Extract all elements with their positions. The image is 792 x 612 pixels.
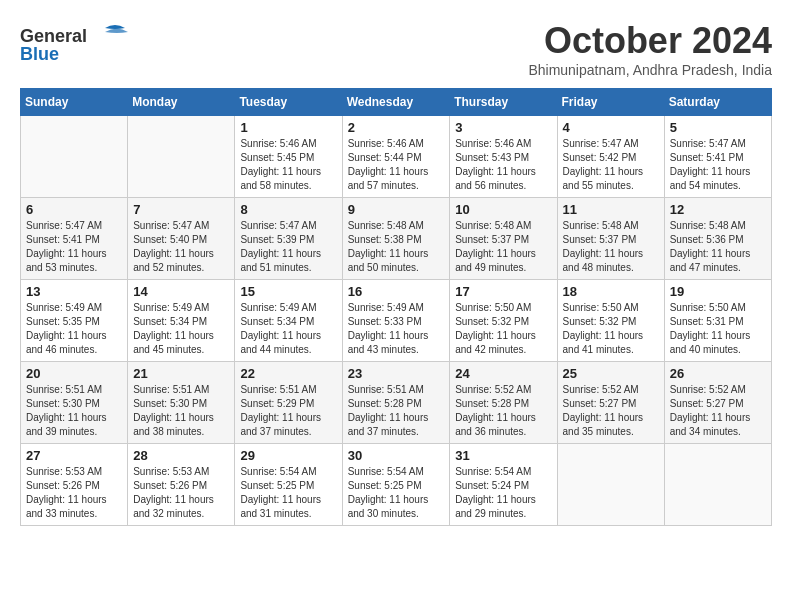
day-number: 17 xyxy=(455,284,551,299)
day-number: 27 xyxy=(26,448,122,463)
calendar-week-row: 13Sunrise: 5:49 AMSunset: 5:35 PMDayligh… xyxy=(21,280,772,362)
calendar-day-cell: 12Sunrise: 5:48 AMSunset: 5:36 PMDayligh… xyxy=(664,198,771,280)
calendar-day-cell: 13Sunrise: 5:49 AMSunset: 5:35 PMDayligh… xyxy=(21,280,128,362)
day-info: Sunrise: 5:51 AMSunset: 5:29 PMDaylight:… xyxy=(240,383,336,439)
day-info: Sunrise: 5:50 AMSunset: 5:32 PMDaylight:… xyxy=(455,301,551,357)
calendar-day-cell: 5Sunrise: 5:47 AMSunset: 5:41 PMDaylight… xyxy=(664,116,771,198)
calendar-day-cell: 25Sunrise: 5:52 AMSunset: 5:27 PMDayligh… xyxy=(557,362,664,444)
weekday-header: Wednesday xyxy=(342,89,450,116)
day-info: Sunrise: 5:49 AMSunset: 5:33 PMDaylight:… xyxy=(348,301,445,357)
day-number: 23 xyxy=(348,366,445,381)
day-number: 9 xyxy=(348,202,445,217)
calendar-day-cell: 23Sunrise: 5:51 AMSunset: 5:28 PMDayligh… xyxy=(342,362,450,444)
calendar-day-cell: 16Sunrise: 5:49 AMSunset: 5:33 PMDayligh… xyxy=(342,280,450,362)
day-info: Sunrise: 5:54 AMSunset: 5:25 PMDaylight:… xyxy=(240,465,336,521)
day-number: 29 xyxy=(240,448,336,463)
day-info: Sunrise: 5:46 AMSunset: 5:45 PMDaylight:… xyxy=(240,137,336,193)
weekday-header: Saturday xyxy=(664,89,771,116)
day-info: Sunrise: 5:47 AMSunset: 5:40 PMDaylight:… xyxy=(133,219,229,275)
day-number: 3 xyxy=(455,120,551,135)
day-info: Sunrise: 5:48 AMSunset: 5:38 PMDaylight:… xyxy=(348,219,445,275)
day-number: 15 xyxy=(240,284,336,299)
weekday-header: Thursday xyxy=(450,89,557,116)
calendar-day-cell: 31Sunrise: 5:54 AMSunset: 5:24 PMDayligh… xyxy=(450,444,557,526)
calendar-day-cell: 11Sunrise: 5:48 AMSunset: 5:37 PMDayligh… xyxy=(557,198,664,280)
day-number: 8 xyxy=(240,202,336,217)
calendar-day-cell: 2Sunrise: 5:46 AMSunset: 5:44 PMDaylight… xyxy=(342,116,450,198)
calendar-day-cell: 17Sunrise: 5:50 AMSunset: 5:32 PMDayligh… xyxy=(450,280,557,362)
title-section: October 2024 Bhimunipatnam, Andhra Prade… xyxy=(528,20,772,78)
calendar-day-cell xyxy=(21,116,128,198)
calendar-day-cell: 24Sunrise: 5:52 AMSunset: 5:28 PMDayligh… xyxy=(450,362,557,444)
day-number: 4 xyxy=(563,120,659,135)
day-number: 1 xyxy=(240,120,336,135)
day-number: 14 xyxy=(133,284,229,299)
day-number: 2 xyxy=(348,120,445,135)
calendar-day-cell: 21Sunrise: 5:51 AMSunset: 5:30 PMDayligh… xyxy=(128,362,235,444)
day-number: 28 xyxy=(133,448,229,463)
day-info: Sunrise: 5:52 AMSunset: 5:27 PMDaylight:… xyxy=(563,383,659,439)
calendar-day-cell: 26Sunrise: 5:52 AMSunset: 5:27 PMDayligh… xyxy=(664,362,771,444)
day-number: 10 xyxy=(455,202,551,217)
calendar-day-cell: 15Sunrise: 5:49 AMSunset: 5:34 PMDayligh… xyxy=(235,280,342,362)
day-number: 7 xyxy=(133,202,229,217)
day-info: Sunrise: 5:49 AMSunset: 5:34 PMDaylight:… xyxy=(133,301,229,357)
day-number: 20 xyxy=(26,366,122,381)
day-info: Sunrise: 5:46 AMSunset: 5:44 PMDaylight:… xyxy=(348,137,445,193)
day-info: Sunrise: 5:47 AMSunset: 5:41 PMDaylight:… xyxy=(670,137,766,193)
day-number: 22 xyxy=(240,366,336,381)
calendar-day-cell: 7Sunrise: 5:47 AMSunset: 5:40 PMDaylight… xyxy=(128,198,235,280)
day-number: 5 xyxy=(670,120,766,135)
day-info: Sunrise: 5:52 AMSunset: 5:28 PMDaylight:… xyxy=(455,383,551,439)
calendar-day-cell: 20Sunrise: 5:51 AMSunset: 5:30 PMDayligh… xyxy=(21,362,128,444)
calendar-day-cell: 1Sunrise: 5:46 AMSunset: 5:45 PMDaylight… xyxy=(235,116,342,198)
day-info: Sunrise: 5:48 AMSunset: 5:36 PMDaylight:… xyxy=(670,219,766,275)
day-info: Sunrise: 5:47 AMSunset: 5:41 PMDaylight:… xyxy=(26,219,122,275)
day-info: Sunrise: 5:54 AMSunset: 5:24 PMDaylight:… xyxy=(455,465,551,521)
svg-text:Blue: Blue xyxy=(20,44,59,64)
day-info: Sunrise: 5:48 AMSunset: 5:37 PMDaylight:… xyxy=(563,219,659,275)
month-title: October 2024 xyxy=(528,20,772,62)
day-info: Sunrise: 5:53 AMSunset: 5:26 PMDaylight:… xyxy=(26,465,122,521)
day-number: 31 xyxy=(455,448,551,463)
calendar-day-cell xyxy=(128,116,235,198)
day-number: 13 xyxy=(26,284,122,299)
calendar-week-row: 20Sunrise: 5:51 AMSunset: 5:30 PMDayligh… xyxy=(21,362,772,444)
day-number: 18 xyxy=(563,284,659,299)
calendar-day-cell: 28Sunrise: 5:53 AMSunset: 5:26 PMDayligh… xyxy=(128,444,235,526)
logo: General Blue xyxy=(20,20,130,69)
day-info: Sunrise: 5:54 AMSunset: 5:25 PMDaylight:… xyxy=(348,465,445,521)
day-number: 25 xyxy=(563,366,659,381)
day-info: Sunrise: 5:47 AMSunset: 5:39 PMDaylight:… xyxy=(240,219,336,275)
day-info: Sunrise: 5:48 AMSunset: 5:37 PMDaylight:… xyxy=(455,219,551,275)
weekday-header: Friday xyxy=(557,89,664,116)
calendar-day-cell: 9Sunrise: 5:48 AMSunset: 5:38 PMDaylight… xyxy=(342,198,450,280)
calendar-day-cell xyxy=(664,444,771,526)
day-info: Sunrise: 5:52 AMSunset: 5:27 PMDaylight:… xyxy=(670,383,766,439)
day-info: Sunrise: 5:50 AMSunset: 5:31 PMDaylight:… xyxy=(670,301,766,357)
weekday-header: Sunday xyxy=(21,89,128,116)
day-number: 30 xyxy=(348,448,445,463)
day-number: 26 xyxy=(670,366,766,381)
day-number: 6 xyxy=(26,202,122,217)
day-number: 21 xyxy=(133,366,229,381)
day-info: Sunrise: 5:51 AMSunset: 5:30 PMDaylight:… xyxy=(133,383,229,439)
calendar-day-cell: 8Sunrise: 5:47 AMSunset: 5:39 PMDaylight… xyxy=(235,198,342,280)
weekday-header: Monday xyxy=(128,89,235,116)
day-number: 19 xyxy=(670,284,766,299)
calendar-week-row: 27Sunrise: 5:53 AMSunset: 5:26 PMDayligh… xyxy=(21,444,772,526)
calendar-day-cell: 10Sunrise: 5:48 AMSunset: 5:37 PMDayligh… xyxy=(450,198,557,280)
calendar-week-row: 6Sunrise: 5:47 AMSunset: 5:41 PMDaylight… xyxy=(21,198,772,280)
calendar-day-cell xyxy=(557,444,664,526)
day-number: 24 xyxy=(455,366,551,381)
day-number: 16 xyxy=(348,284,445,299)
page-header: General Blue October 2024 Bhimunipatnam,… xyxy=(20,20,772,78)
day-number: 11 xyxy=(563,202,659,217)
calendar-day-cell: 29Sunrise: 5:54 AMSunset: 5:25 PMDayligh… xyxy=(235,444,342,526)
calendar-week-row: 1Sunrise: 5:46 AMSunset: 5:45 PMDaylight… xyxy=(21,116,772,198)
calendar-day-cell: 4Sunrise: 5:47 AMSunset: 5:42 PMDaylight… xyxy=(557,116,664,198)
calendar-day-cell: 19Sunrise: 5:50 AMSunset: 5:31 PMDayligh… xyxy=(664,280,771,362)
calendar-day-cell: 27Sunrise: 5:53 AMSunset: 5:26 PMDayligh… xyxy=(21,444,128,526)
day-info: Sunrise: 5:49 AMSunset: 5:34 PMDaylight:… xyxy=(240,301,336,357)
day-info: Sunrise: 5:51 AMSunset: 5:30 PMDaylight:… xyxy=(26,383,122,439)
